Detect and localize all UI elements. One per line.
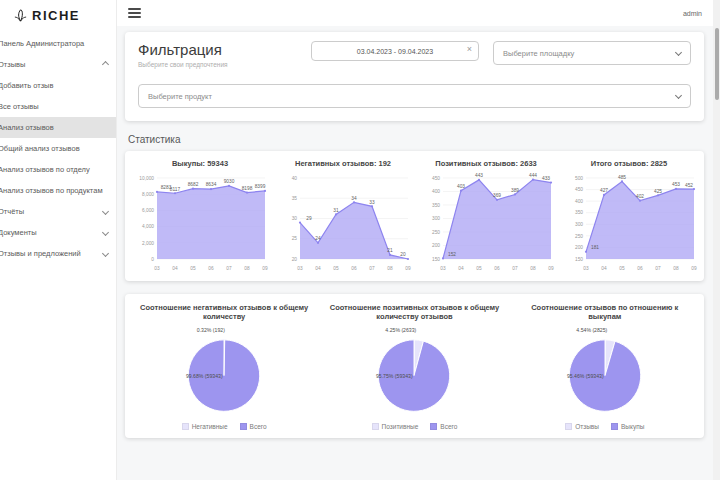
svg-text:09: 09 — [548, 266, 554, 271]
svg-text:8198: 8198 — [242, 186, 253, 191]
svg-text:20: 20 — [292, 257, 298, 262]
svg-text:09: 09 — [262, 266, 268, 271]
svg-text:8,000: 8,000 — [142, 192, 154, 197]
svg-text:04: 04 — [172, 266, 178, 271]
svg-text:8117: 8117 — [170, 187, 181, 192]
sidebar-nav: Панель АдминистратораОтзывыДобавить отзы… — [0, 33, 116, 264]
svg-text:433: 433 — [542, 176, 550, 181]
svg-text:06: 06 — [351, 266, 357, 271]
scrollbar-thumb[interactable] — [715, 28, 719, 100]
svg-text:03: 03 — [297, 266, 303, 271]
svg-text:450: 450 — [575, 187, 583, 192]
area-chart-block: Итого отзывов: 2825500450400350300250200… — [559, 159, 699, 277]
stats-section-title: Статистика — [128, 134, 704, 145]
sidebar-item[interactable]: Документы — [0, 222, 116, 243]
legend-label: Отзывы — [575, 423, 599, 430]
legend-item[interactable]: Отзывы — [565, 423, 599, 430]
chevron-down-icon — [102, 229, 109, 236]
area-chart: 5004504003503002502001500304050607080918… — [559, 169, 699, 273]
svg-text:25: 25 — [292, 236, 298, 241]
sidebar-item-label: Анализ отзывов по отделу — [0, 165, 108, 174]
sidebar-item-label: Анализ отзывов по продуктам — [0, 186, 108, 195]
svg-text:08: 08 — [244, 266, 250, 271]
svg-text:07: 07 — [226, 266, 232, 271]
svg-text:369: 369 — [493, 193, 501, 198]
sidebar-item[interactable]: Анализ отзывов — [0, 117, 116, 138]
clear-icon[interactable]: × — [467, 45, 472, 54]
svg-text:04: 04 — [458, 266, 464, 271]
area-chart: 40353025200304050607080929243134332120 — [273, 169, 413, 273]
svg-text:150: 150 — [575, 257, 583, 262]
svg-text:05: 05 — [476, 266, 482, 271]
chart-title: Негативных отзывов: 192 — [273, 159, 413, 168]
svg-text:06: 06 — [637, 266, 643, 271]
svg-text:31: 31 — [333, 208, 339, 213]
svg-text:400: 400 — [575, 199, 583, 204]
svg-text:4,000: 4,000 — [142, 224, 154, 229]
svg-text:09: 09 — [405, 266, 411, 271]
legend-item[interactable]: Негативные — [182, 423, 228, 430]
svg-text:07: 07 — [369, 266, 375, 271]
legend-item[interactable]: Выкупы — [611, 423, 644, 430]
sidebar-item[interactable]: Отзывы — [0, 54, 116, 75]
pie-chart-title: Соотношение отзывов по отношению к выкуп… — [510, 303, 700, 322]
svg-text:4.54% (2825): 4.54% (2825) — [576, 327, 607, 333]
sidebar-item[interactable]: Отзывы и предложений — [0, 243, 116, 264]
legend-label: Позитивные — [382, 423, 419, 430]
chevron-down-icon — [102, 250, 109, 257]
legend-label: Негативные — [192, 423, 228, 430]
svg-text:200: 200 — [432, 243, 440, 248]
logo-leaf-icon — [13, 8, 28, 23]
svg-text:03: 03 — [583, 266, 589, 271]
legend-item[interactable]: Позитивные — [372, 423, 419, 430]
svg-text:444: 444 — [529, 173, 537, 178]
platform-select[interactable]: Выберите площадку — [493, 41, 691, 65]
sidebar-item-label: Все отзывы — [0, 102, 108, 111]
svg-text:8682: 8682 — [188, 182, 199, 187]
content: Фильтрация Выберите свои предпочтения 03… — [116, 27, 713, 480]
svg-text:300: 300 — [575, 222, 583, 227]
svg-text:95.46% (59343): 95.46% (59343) — [567, 373, 604, 379]
sidebar-item[interactable]: Отчёты — [0, 201, 116, 222]
svg-text:35: 35 — [292, 196, 298, 201]
svg-text:33: 33 — [369, 200, 375, 205]
svg-text:0: 0 — [151, 257, 154, 262]
menu-icon[interactable] — [128, 8, 141, 18]
pie-chart: 4.54% (2825)95.46% (59343) — [558, 322, 652, 416]
filter-card: Фильтрация Выберите свои предпочтения 03… — [125, 32, 704, 121]
pie-chart: 0.32% (192)99.68% (59343) — [177, 322, 271, 416]
legend-item[interactable]: Всего — [430, 423, 457, 430]
sidebar-item-label: Общий анализ отзывов — [0, 144, 108, 153]
date-range-input[interactable]: 03.04.2023 - 09.04.2023 × — [311, 41, 479, 61]
pie-chart-block: Соотношение позитивных отзывов к общему … — [319, 303, 509, 430]
sidebar-item[interactable]: Анализ отзывов по отделу — [0, 159, 116, 180]
svg-text:400: 400 — [432, 189, 440, 194]
legend-label: Выкупы — [621, 423, 644, 430]
sidebar-item[interactable]: Общий анализ отзывов — [0, 138, 116, 159]
svg-text:2,000: 2,000 — [142, 241, 154, 246]
sidebar-item[interactable]: Добавить отзыв — [0, 75, 116, 96]
legend-swatch — [182, 423, 189, 430]
sidebar-item[interactable]: Все отзывы — [0, 96, 116, 117]
sidebar: RICHE Панель АдминистратораОтзывыДобавит… — [0, 0, 117, 480]
svg-text:453: 453 — [672, 182, 680, 187]
sidebar-item[interactable]: Панель Администратора — [0, 33, 116, 54]
sidebar-item[interactable]: Анализ отзывов по продуктам — [0, 180, 116, 201]
svg-text:300: 300 — [432, 216, 440, 221]
svg-text:350: 350 — [575, 210, 583, 215]
svg-text:443: 443 — [475, 173, 483, 178]
svg-text:20: 20 — [400, 252, 406, 257]
chevron-up-icon — [102, 61, 109, 68]
area-charts: Выкупы: 5934310,0008,0006,0004,0002,0000… — [125, 151, 704, 281]
area-chart-block: Выкупы: 5934310,0008,0006,0004,0002,0000… — [130, 159, 270, 277]
sidebar-item-label: Документы — [0, 228, 99, 237]
svg-text:30: 30 — [292, 216, 298, 221]
legend-item[interactable]: Всего — [240, 423, 267, 430]
svg-text:08: 08 — [530, 266, 536, 271]
product-select[interactable]: Выберите продукт — [138, 84, 691, 108]
svg-text:34: 34 — [351, 196, 357, 201]
sidebar-item-label: Добавить отзыв — [0, 81, 108, 90]
legend-swatch — [240, 423, 247, 430]
scrollbar[interactable] — [713, 0, 720, 480]
legend-swatch — [430, 423, 437, 430]
